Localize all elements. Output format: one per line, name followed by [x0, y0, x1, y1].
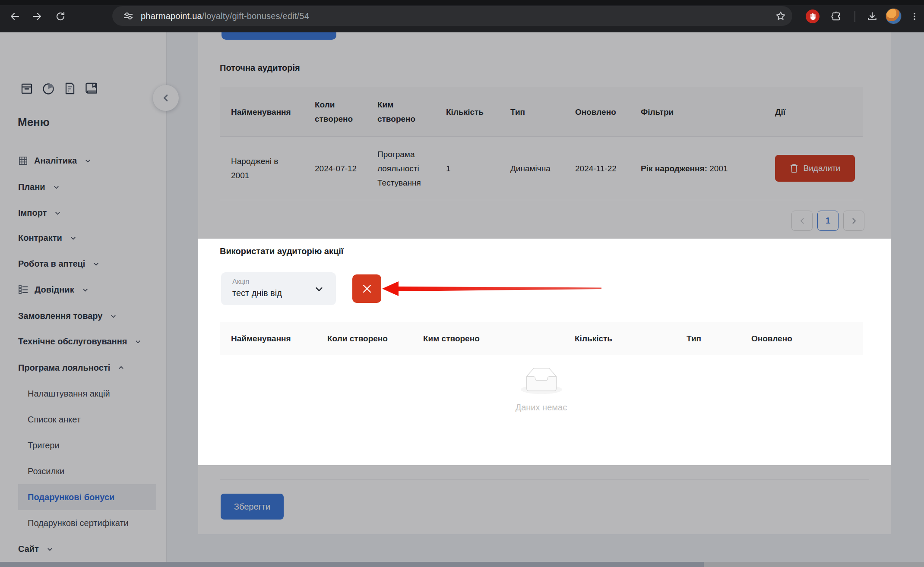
cutoff-blue-button[interactable] [222, 32, 336, 40]
promo-select[interactable]: Акція тест днів від [221, 272, 336, 305]
grid-icon [18, 156, 28, 166]
chevron-up-icon [118, 365, 124, 371]
sidebar-item-maintenance[interactable]: Технічне обслуговування [18, 332, 141, 351]
sidebar-item-pharmacy-work[interactable]: Робота в аптеці [18, 254, 99, 273]
archive-box-icon[interactable] [20, 82, 34, 95]
trash-icon [790, 164, 798, 173]
delete-button-label: Видалити [804, 164, 841, 173]
empty-inbox-icon [521, 368, 562, 395]
sidebar-item-questionnaires[interactable]: Список анкет [28, 410, 81, 429]
pagination-prev-button[interactable] [791, 211, 813, 231]
cell-created-by: Програма лояльності Тестування [366, 137, 435, 200]
column-header: Фільтри [630, 87, 764, 137]
cell-filters: Рік народження: 2001 [630, 137, 764, 200]
chevron-down-icon [110, 313, 117, 319]
sidebar-item-label: Розсилки [28, 466, 64, 476]
browser-toolbar: pharmapoint.ua/loyalty/gift-bonuses/edit… [0, 0, 924, 32]
reload-icon[interactable] [54, 9, 67, 23]
close-icon [361, 282, 373, 295]
forward-icon[interactable] [30, 9, 44, 23]
list-icon [18, 285, 28, 294]
back-icon[interactable] [8, 9, 22, 23]
sidebar-item-triggers[interactable]: Тригери [28, 436, 60, 455]
site-settings-icon[interactable] [123, 10, 134, 22]
sidebar-item-import[interactable]: Імпорт [18, 203, 61, 222]
sidebar-item-directory[interactable]: Довідник [18, 280, 89, 299]
profile-avatar[interactable] [886, 8, 902, 24]
page-number: 1 [826, 216, 830, 226]
sidebar-collapse-button[interactable] [153, 85, 179, 111]
column-header: Тип [499, 87, 564, 137]
sidebar-item-gift-certificates[interactable]: Подарункові сертифікати [28, 513, 129, 532]
pie-chart-icon[interactable] [41, 82, 55, 95]
column-header: Оновлено [740, 322, 863, 355]
sidebar-item-label: Імпорт [18, 208, 47, 218]
clear-promo-button[interactable] [352, 274, 381, 303]
document-icon[interactable] [63, 82, 77, 95]
promo-select-label: Акція [232, 278, 249, 286]
pagination-page-1[interactable]: 1 [817, 211, 839, 231]
url-domain: pharmapoint.ua [141, 11, 202, 21]
sidebar-item-label: Програма лояльності [18, 363, 110, 373]
toolbar-separator [854, 11, 855, 22]
sidebar: Меню Аналітика Плани Імпорт Контракти Ро… [0, 32, 167, 562]
cell-name: Народжені в 2001 [220, 137, 304, 200]
sidebar-item-plans[interactable]: Плани [18, 177, 60, 196]
sidebar-item-label: Список анкет [28, 415, 81, 425]
sidebar-item-loyalty-program[interactable]: Програма лояльності [18, 358, 124, 377]
cell-count: 1 [435, 137, 499, 200]
promo-audience-panel: Використати аудиторію акції Акція тест д… [198, 239, 891, 465]
url-text: pharmapoint.ua/loyalty/gift-bonuses/edit… [141, 11, 309, 21]
chevron-down-icon [93, 261, 99, 267]
sidebar-item-gift-bonuses[interactable]: Подарункові бонуси [18, 484, 156, 510]
cell-type: Динамічна [499, 137, 564, 200]
sidebar-item-analytics[interactable]: Аналітика [18, 151, 91, 170]
delete-button[interactable]: Видалити [775, 155, 855, 182]
sidebar-item-label: Аналітика [34, 156, 77, 166]
current-audience-table: Найменування Коли створено Ким створено … [220, 87, 863, 200]
downloads-icon[interactable] [865, 9, 879, 23]
cell-created-at: 2024-07-12 [304, 137, 366, 200]
sidebar-item-label: Довідник [35, 285, 74, 295]
browser-menu-icon[interactable] [908, 9, 921, 23]
promo-audience-table-header: Найменування Коли створено Ким створено … [220, 322, 863, 355]
pagination-next-button[interactable] [843, 211, 864, 231]
sidebar-title: Меню [18, 116, 50, 129]
save-button[interactable]: Зберегти [221, 494, 284, 520]
sidebar-item-label: Замовлення товару [18, 311, 102, 321]
extensions-puzzle-icon[interactable] [829, 9, 843, 23]
book-icon[interactable] [85, 82, 98, 95]
bookmark-star-icon[interactable] [775, 10, 786, 22]
sidebar-item-goods-order[interactable]: Замовлення товару [18, 306, 117, 325]
adblock-extension-icon[interactable] [806, 9, 820, 23]
current-audience-title: Поточна аудиторія [220, 63, 300, 73]
sidebar-item-contracts[interactable]: Контракти [18, 228, 76, 247]
column-header: Тип [675, 322, 740, 355]
column-header: Найменування [220, 87, 304, 137]
pagination: 1 [791, 211, 864, 231]
promo-select-value: тест днів від [232, 288, 282, 298]
sidebar-item-label: Плани [18, 182, 45, 192]
column-header: Ким створено [366, 87, 435, 137]
sidebar-item-label: Подарункові бонуси [28, 492, 114, 502]
filter-value: 2001 [709, 161, 728, 176]
empty-state: Даних немає [220, 368, 863, 413]
chevron-down-icon [70, 235, 76, 241]
url-path: /loyalty/gift-bonuses/edit/54 [202, 11, 309, 21]
horizontal-scrollbar [0, 562, 924, 567]
column-header: Ким створено [412, 322, 563, 355]
chevron-down-icon [54, 210, 61, 216]
empty-state-text: Даних немає [220, 403, 863, 413]
sidebar-item-label: Тригери [28, 441, 60, 450]
sidebar-item-mailings[interactable]: Розсилки [28, 462, 64, 481]
sidebar-quick-icons [20, 82, 98, 95]
horizontal-scrollbar-thumb[interactable] [0, 562, 704, 567]
chevron-down-icon [85, 158, 91, 164]
sidebar-item-label: Технічне обслуговування [18, 337, 127, 346]
sidebar-item-promo-settings[interactable]: Налаштування акцій [28, 384, 110, 403]
chevron-down-icon [47, 546, 53, 552]
cell-actions: Видалити [764, 137, 863, 200]
sidebar-item-site[interactable]: Сайт [18, 539, 53, 558]
sidebar-item-label: Подарункові сертифікати [28, 518, 129, 528]
address-bar[interactable]: pharmapoint.ua/loyalty/gift-bonuses/edit… [112, 6, 792, 26]
